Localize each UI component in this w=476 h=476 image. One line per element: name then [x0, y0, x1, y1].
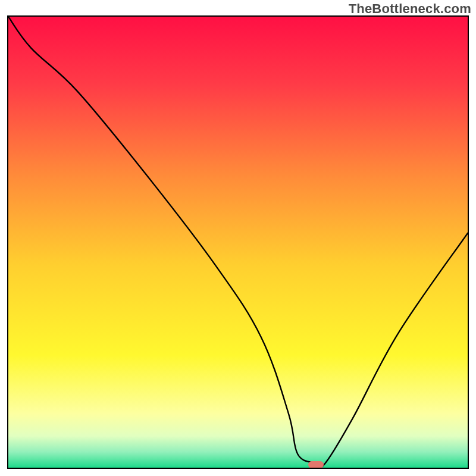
- plot-frame: [7, 15, 469, 469]
- optimal-point-marker: [308, 461, 324, 468]
- watermark-text: TheBottleneck.com: [349, 1, 471, 17]
- chart-container: TheBottleneck.com: [0, 0, 476, 476]
- bottleneck-curve: [8, 17, 468, 468]
